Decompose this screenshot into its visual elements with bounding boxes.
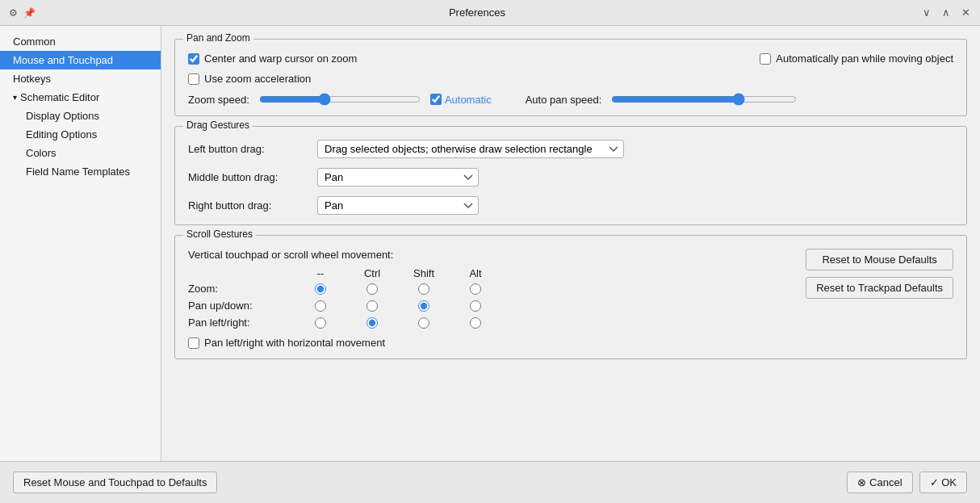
sidebar-item-hotkeys[interactable]: Hotkeys — [0, 69, 161, 88]
zoom-radio-dash[interactable] — [296, 283, 345, 295]
col-spacer — [188, 267, 293, 279]
cancel-text: Cancel — [869, 476, 902, 488]
panud-radio-shift[interactable] — [400, 300, 448, 312]
left-button-select[interactable]: Drag selected objects; otherwise draw se… — [317, 140, 624, 158]
scroll-row-zoom: Zoom: — [188, 283, 806, 295]
sidebar-item-colors[interactable]: Colors — [0, 144, 161, 162]
sidebar-label-schematic: Schematic Editor — [20, 91, 99, 103]
sidebar-label-hotkeys: Hotkeys — [13, 73, 51, 85]
sidebar-item-field-name-templates[interactable]: Field Name Templates — [0, 162, 161, 181]
bottom-bar: Reset Mouse and Touchpad to Defaults ⊗ C… — [0, 461, 980, 503]
maximize-button[interactable]: ∧ — [938, 5, 954, 21]
reset-defaults-button[interactable]: Reset Mouse and Touchpad to Defaults — [13, 472, 217, 493]
close-button[interactable]: ✕ — [957, 5, 974, 21]
zoom-speed-slider[interactable] — [259, 93, 421, 106]
middle-button-select[interactable]: Pan Zoom None — [317, 168, 479, 187]
ok-button[interactable]: ✓ OK — [919, 472, 967, 493]
sidebar-label-common: Common — [13, 36, 56, 48]
sidebar-item-display-options[interactable]: Display Options — [0, 107, 161, 125]
drag-gestures-legend: Drag Gestures — [183, 119, 253, 131]
zoom-radio-shift[interactable] — [400, 283, 448, 295]
col-header-ctrl: Ctrl — [348, 267, 396, 279]
middle-button-label: Middle button drag: — [188, 171, 317, 183]
sidebar-label-display: Display Options — [26, 110, 99, 122]
auto-pan-speed-label: Auto pan speed: — [526, 94, 602, 106]
window-title: Preferences — [449, 6, 505, 19]
titlebar-left-icons: ⚙ 📌 — [6, 6, 36, 19]
pan-horizontal-checkbox[interactable] — [188, 337, 199, 349]
scroll-row-panlr: Pan left/right: — [188, 316, 806, 329]
sidebar-item-mouse-touchpad[interactable]: Mouse and Touchpad — [0, 51, 161, 69]
panud-row-label: Pan up/down: — [188, 300, 293, 312]
pan-zoom-row2: Use zoom acceleration — [188, 73, 953, 85]
col-header-dash: -- — [296, 267, 345, 279]
automatic-checkbox[interactable] — [430, 94, 442, 105]
content-area: Pan and Zoom Center and warp cursor on z… — [161, 26, 980, 461]
middle-button-row: Middle button drag: Pan Zoom None — [188, 168, 953, 187]
pin-icon: 📌 — [23, 6, 36, 19]
minimize-button[interactable]: ∨ — [919, 5, 935, 21]
chevron-down-icon: ▾ — [13, 93, 17, 102]
scroll-inner: Vertical touchpad or scroll wheel moveme… — [188, 249, 953, 349]
scroll-row-panud: Pan up/down: — [188, 300, 806, 312]
sidebar-label-field-name: Field Name Templates — [26, 166, 130, 178]
col-header-alt: Alt — [451, 267, 500, 279]
pan-zoom-legend: Pan and Zoom — [183, 32, 253, 44]
automatic-text: Automatic — [445, 94, 492, 106]
reset-mouse-button[interactable]: Reset to Mouse Defaults — [806, 249, 953, 270]
center-warp-checkbox[interactable] — [188, 53, 199, 65]
auto-pan-speed-slider[interactable] — [611, 93, 797, 106]
panlr-radio-shift[interactable] — [400, 317, 448, 329]
panlr-radio-ctrl[interactable] — [348, 317, 396, 329]
zoom-accel-checkbox[interactable] — [188, 73, 199, 85]
pan-horizontal-label[interactable]: Pan left/right with horizontal movement — [188, 337, 806, 349]
col-header-shift: Shift — [400, 267, 448, 279]
cancel-button[interactable]: ⊗ Cancel — [847, 472, 912, 493]
right-button-select[interactable]: Pan Zoom None — [317, 196, 479, 215]
sidebar-label-editing: Editing Options — [26, 128, 97, 140]
right-button-label: Right button drag: — [188, 199, 317, 212]
panlr-row-label: Pan left/right: — [188, 316, 293, 329]
drag-gestures-section: Drag Gestures Left button drag: Drag sel… — [174, 126, 967, 225]
panud-radio-alt[interactable] — [451, 300, 500, 312]
auto-pan-checkbox[interactable] — [760, 53, 771, 65]
sidebar-item-editing-options[interactable]: Editing Options — [0, 125, 161, 144]
reset-trackpad-button[interactable]: Reset to Trackpad Defaults — [806, 277, 953, 299]
pan-zoom-body: Center and warp cursor on zoom Automatic… — [175, 40, 966, 115]
zoom-radio-alt[interactable] — [451, 283, 500, 295]
scroll-grid-header: -- Ctrl Shift Alt — [188, 267, 806, 279]
zoom-speed-label: Zoom speed: — [188, 94, 249, 106]
zoom-radio-ctrl[interactable] — [348, 283, 396, 295]
scroll-body: Vertical touchpad or scroll wheel moveme… — [175, 236, 966, 358]
right-button-row: Right button drag: Pan Zoom None — [188, 196, 953, 215]
panlr-radio-dash[interactable] — [296, 317, 345, 329]
app-icon: ⚙ — [6, 6, 19, 19]
panlr-radio-alt[interactable] — [451, 317, 500, 329]
scroll-subtitle: Vertical touchpad or scroll wheel moveme… — [188, 249, 806, 261]
sidebar-item-common[interactable]: Common — [0, 32, 161, 51]
panud-radio-dash[interactable] — [296, 300, 345, 312]
scroll-gestures-legend: Scroll Gestures — [183, 228, 256, 240]
sidebar-item-schematic-editor[interactable]: ▾ Schematic Editor — [0, 88, 161, 107]
sliders-row: Zoom speed: Automatic Auto pan speed: — [188, 93, 953, 106]
scroll-content: Vertical touchpad or scroll wheel moveme… — [188, 249, 806, 349]
zoom-accel-label[interactable]: Use zoom acceleration — [188, 73, 311, 85]
ok-icon: ✓ — [930, 476, 942, 488]
zoom-row-label: Zoom: — [188, 283, 293, 295]
scroll-buttons: Reset to Mouse Defaults Reset to Trackpa… — [806, 249, 953, 299]
window-controls: ∨ ∧ ✕ — [919, 5, 974, 21]
automatic-label[interactable]: Automatic — [430, 94, 492, 106]
panud-radio-ctrl[interactable] — [348, 300, 396, 312]
sidebar-label-colors: Colors — [26, 147, 57, 159]
sidebar-label-mouse: Mouse and Touchpad — [13, 54, 113, 66]
cancel-icon: ⊗ — [857, 476, 869, 488]
left-button-label: Left button drag: — [188, 143, 317, 155]
bottom-right-buttons: ⊗ Cancel ✓ OK — [847, 472, 967, 493]
drag-body: Left button drag: Drag selected objects;… — [175, 127, 966, 224]
center-warp-label[interactable]: Center and warp cursor on zoom — [188, 52, 357, 65]
sidebar: Common Mouse and Touchpad Hotkeys ▾ Sche… — [0, 26, 161, 461]
ok-text: OK — [941, 476, 957, 488]
zoom-accel-text: Use zoom acceleration — [204, 73, 311, 85]
pan-horizontal-text: Pan left/right with horizontal movement — [204, 337, 385, 349]
pan-zoom-section: Pan and Zoom Center and warp cursor on z… — [174, 39, 967, 116]
